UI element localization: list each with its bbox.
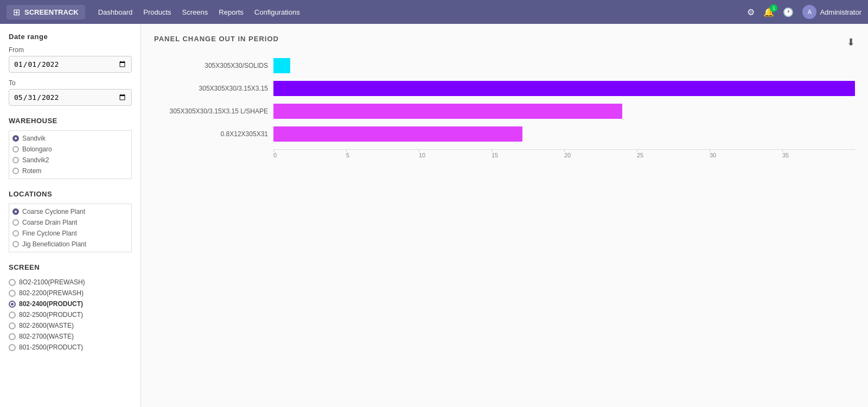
location-radio-2 [12, 230, 19, 237]
notification-badge: 1 [770, 4, 777, 12]
bar-label-3: 0.8X12X305X31 [154, 130, 273, 138]
notification-icon[interactable]: 🔔 1 [763, 7, 774, 17]
warehouse-item-3[interactable]: Rotem [12, 166, 128, 176]
screen-label-5: 802-2700(WASTE) [19, 333, 74, 340]
bar-container-0 [273, 58, 855, 73]
location-label-0: Coarse Cyclone Plant [22, 208, 85, 215]
date-range-section: Date range From To [9, 33, 132, 106]
bar-2 [273, 104, 622, 119]
bar-row-2: 305X305X30/3.15X3.15 L/SHAPE [154, 104, 855, 119]
logo-text: SCREENTRACK [24, 8, 79, 16]
main-content: PANEL CHANGE OUT IN PERIOD ⬇ 305X305X30/… [141, 24, 868, 407]
logo-area[interactable]: ⊞ SCREENTRACK [7, 5, 85, 20]
screen-label-6: 801-2500(PRODUCT) [19, 344, 83, 351]
admin-area[interactable]: A Administrator [802, 5, 861, 19]
location-radio-3 [12, 241, 19, 247]
screen-item-6[interactable]: 801-2500(PRODUCT) [9, 342, 132, 353]
grid-icon: ⊞ [13, 7, 20, 17]
location-item-0[interactable]: Coarse Cyclone Plant [12, 206, 128, 217]
warehouse-label-1: Bolongaro [22, 145, 52, 153]
warehouse-item-0[interactable]: Sandvik [12, 133, 128, 144]
clock-icon[interactable]: 🕐 [783, 7, 794, 17]
screen-item-3[interactable]: 802-2500(PRODUCT) [9, 309, 132, 320]
bar-container-3 [273, 126, 855, 142]
x-tick-3: 15 [492, 152, 564, 158]
screen-radio-3 [9, 311, 16, 319]
warehouse-label-2: Sandvik2 [22, 156, 49, 164]
screen-item-1[interactable]: 802-2200(PREWASH) [9, 288, 132, 298]
x-tick-5: 25 [637, 152, 710, 158]
screen-label-2: 802-2400(PRODUCT) [19, 300, 83, 308]
x-axis: 0 5 10 15 20 25 30 35 [273, 149, 855, 158]
nav-reports[interactable]: Reports [219, 8, 244, 16]
bar-label-2: 305X305X30/3.15X3.15 L/SHAPE [154, 107, 273, 115]
bar-chart: 305X305X30/SOLIDS 305X305X30/3.15X3.15 3… [154, 58, 855, 169]
x-tick-2: 10 [419, 152, 492, 158]
nav-products[interactable]: Products [143, 8, 171, 16]
screen-label-4: 802-2600(WASTE) [19, 322, 74, 329]
screen-item-5[interactable]: 802-2700(WASTE) [9, 331, 132, 342]
warehouse-item-2[interactable]: Sandvik2 [12, 155, 128, 166]
screen-item-4[interactable]: 802-2600(WASTE) [9, 320, 132, 331]
screen-label-3: 802-2500(PRODUCT) [19, 311, 83, 319]
warehouse-radio-1 [12, 146, 19, 152]
location-label-2: Fine Cyclone Plant [22, 230, 77, 237]
warehouse-title: WAREHOUSE [9, 117, 132, 125]
warehouse-item-1[interactable]: Bolongaro [12, 144, 128, 155]
location-radio-0 [12, 208, 19, 215]
nav-right: ⚙ 🔔 1 🕐 A Administrator [747, 5, 861, 19]
x-tick-1: 5 [346, 152, 419, 158]
screen-section: SCREEN 8O2-2100(PREWASH) 802-2200(PREWAS… [9, 263, 132, 353]
location-label-3: Jig Beneficiation Plant [22, 240, 86, 248]
bar-row-0: 305X305X30/SOLIDS [154, 58, 855, 73]
locations-section: LOCATIONS Coarse Cyclone Plant Coarse Dr… [9, 190, 132, 252]
x-tick-7: 35 [782, 152, 855, 158]
warehouse-radio-2 [12, 157, 19, 163]
screen-radio-0 [9, 279, 16, 286]
screen-label-0: 8O2-2100(PREWASH) [19, 278, 85, 286]
nav-screens[interactable]: Screens [182, 8, 208, 16]
bar-container-1 [273, 81, 855, 96]
sidebar: Date range From To WAREHOUSE Sandvik Bol [0, 24, 141, 407]
warehouse-label-3: Rotem [22, 167, 41, 175]
warehouse-label-0: Sandvik [22, 135, 46, 142]
warehouse-radio-3 [12, 168, 19, 174]
location-item-1[interactable]: Coarse Drain Plant [12, 217, 128, 228]
admin-label: Administrator [820, 8, 861, 16]
screen-item-0[interactable]: 8O2-2100(PREWASH) [9, 277, 132, 288]
settings-icon[interactable]: ⚙ [747, 7, 755, 17]
top-navigation: ⊞ SCREENTRACK Dashboard Products Screens… [0, 0, 868, 24]
warehouse-list: Sandvik Bolongaro Sandvik2 Rotem [9, 130, 132, 179]
warehouse-radio-0 [12, 135, 19, 142]
warehouse-section: WAREHOUSE Sandvik Bolongaro Sandvik2 Rot… [9, 117, 132, 179]
nav-configurations[interactable]: Configurations [254, 8, 300, 16]
to-group: To [9, 79, 132, 106]
location-item-2[interactable]: Fine Cyclone Plant [12, 228, 128, 239]
screen-radio-1 [9, 290, 16, 297]
screen-radio-4 [9, 322, 16, 329]
location-item-3[interactable]: Jig Beneficiation Plant [12, 239, 128, 250]
bar-label-0: 305X305X30/SOLIDS [154, 62, 273, 69]
to-input[interactable] [9, 89, 132, 106]
screen-label-1: 802-2200(PREWASH) [19, 289, 84, 297]
screen-radio-5 [9, 333, 16, 340]
bar-3 [273, 126, 522, 142]
x-tick-0: 0 [273, 152, 346, 158]
bar-row-3: 0.8X12X305X31 [154, 126, 855, 142]
nav-links: Dashboard Products Screens Reports Confi… [98, 8, 735, 16]
locations-list: Coarse Cyclone Plant Coarse Drain Plant … [9, 204, 132, 252]
from-input[interactable] [9, 56, 132, 73]
nav-dashboard[interactable]: Dashboard [98, 8, 133, 16]
location-radio-1 [12, 219, 19, 226]
date-range-title: Date range [9, 33, 132, 41]
screen-item-2[interactable]: 802-2400(PRODUCT) [9, 298, 132, 309]
bar-label-1: 305X305X30/3.15X3.15 [154, 85, 273, 92]
screen-radio-2 [9, 301, 16, 308]
from-group: From [9, 46, 132, 73]
x-tick-4: 20 [564, 152, 637, 158]
bar-container-2 [273, 104, 855, 119]
bar-1 [273, 81, 855, 96]
from-label: From [9, 46, 132, 54]
download-button[interactable]: ⬇ [847, 36, 855, 48]
chart-title: PANEL CHANGE OUT IN PERIOD [154, 35, 279, 43]
